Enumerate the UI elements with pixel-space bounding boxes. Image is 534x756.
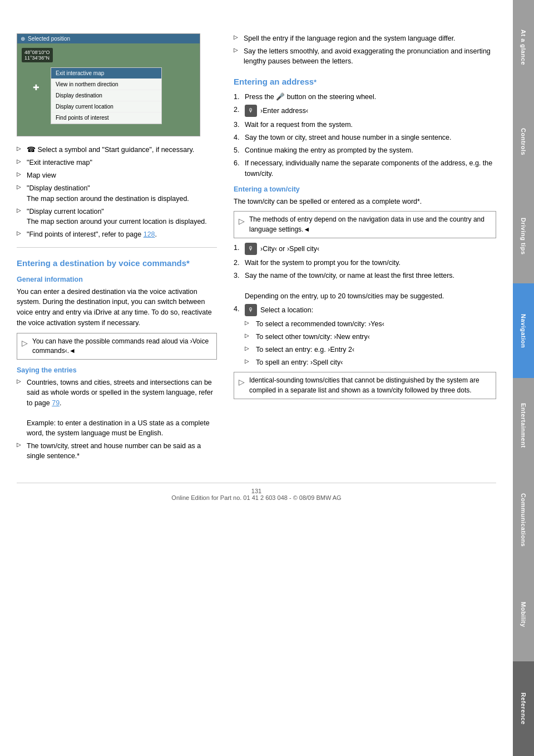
- right-bullet-1: Spell the entry if the language region a…: [234, 33, 496, 43]
- location-sub-list: To select a recommended town/city: ›Yes‹…: [245, 319, 496, 368]
- voice-icon-town-4: 🎙: [245, 304, 257, 316]
- town-step-4: 4. 🎙 Select a location: To select a reco…: [234, 304, 496, 368]
- map-position-marker: ✚: [33, 83, 39, 92]
- tab-driving-tips[interactable]: Driving tips: [513, 189, 534, 284]
- sub-item-entry-num: To select an entry: e.g. ›Entry 2‹: [245, 345, 496, 355]
- tab-reference[interactable]: Reference: [513, 661, 534, 756]
- address-step-1: 1. Press the 🎤 button on the steering wh…: [234, 92, 496, 102]
- page-footer: 131 Online Edition for Part no. 01 41 2 …: [17, 483, 496, 501]
- sub-item-yes: To select a recommended town/city: ›Yes‹: [245, 319, 496, 329]
- footer-text: Online Edition for Part no. 01 41 2 603 …: [171, 494, 341, 501]
- right-column: Spell the entry if the language region a…: [234, 33, 496, 466]
- voice-icon-2: 🎙: [245, 105, 257, 117]
- town-step-3: 3. Say the name of the town/city, or nam…: [234, 271, 496, 301]
- tab-controls[interactable]: Controls: [513, 95, 534, 189]
- note-icon-town: ▷: [239, 215, 245, 227]
- identical-towns-text: Identical-sounding towns/cities that can…: [249, 376, 491, 395]
- page-link-79[interactable]: 79: [52, 399, 60, 407]
- page-link-128[interactable]: 128: [144, 230, 155, 238]
- town-step-2: 2. Wait for the system to prompt you for…: [234, 258, 496, 268]
- menu-item-find-poi[interactable]: Find points of interest: [51, 112, 161, 124]
- saying-item-1: Countries, towns and cities, streets and…: [17, 377, 217, 438]
- tab-entertainment[interactable]: Entertainment: [513, 378, 534, 473]
- voice-commands-note-text: You can have the possible commands read …: [32, 337, 212, 356]
- voice-icon-town-1: 🎙: [245, 243, 257, 255]
- entering-town-heading: Entering a town/city: [234, 185, 496, 193]
- entering-address-heading: Entering an address*: [234, 76, 496, 87]
- entering-dest-heading: Entering a destination by voice commands…: [17, 258, 217, 269]
- list-item-exit-map: "Exit interactive map": [17, 158, 217, 168]
- town-intro-text: The town/city can be spelled or entered …: [234, 197, 496, 207]
- list-item-display-dest: "Display destination"The map section aro…: [17, 183, 217, 203]
- note-icon-identical: ▷: [239, 376, 245, 387]
- general-info-text: You can enter a desired destination via …: [17, 287, 217, 328]
- town-note-text: The methods of entry depend on the navig…: [249, 215, 491, 234]
- nav-icon: ⊕: [21, 36, 25, 42]
- tab-mobility[interactable]: Mobility: [513, 567, 534, 662]
- identical-towns-note: ▷ Identical-sounding towns/cities that c…: [234, 372, 496, 399]
- tab-communications[interactable]: Communications: [513, 473, 534, 567]
- menu-item-display-loc[interactable]: Display current location: [51, 101, 161, 112]
- menu-item-display-dest[interactable]: Display destination: [51, 90, 161, 101]
- saying-entries-heading: Saying the entries: [17, 366, 217, 374]
- main-content: ⊕ Selected position 48°08'10"O 11°34'36"…: [0, 0, 513, 523]
- voice-commands-note: ▷ You can have the possible commands rea…: [17, 333, 217, 360]
- address-step-4: 4. Say the town or city, street and hous…: [234, 132, 496, 143]
- list-item-find-poi: "Find points of interest", refer to page…: [17, 229, 217, 239]
- town-steps-list: 1. 🎙 ›City‹ or ›Spell city‹ 2. Wait for …: [234, 243, 496, 367]
- map-options-list: ☎ Select a symbol and "Start guidance", …: [17, 145, 217, 239]
- sub-item-spell: To spell an entry: ›Spell city‹: [245, 357, 496, 367]
- list-item-symbol: ☎ Select a symbol and "Start guidance", …: [17, 145, 217, 155]
- sub-item-new-entry: To select other town/city: ›New entry‹: [245, 332, 496, 342]
- general-info-heading: General information: [17, 276, 217, 283]
- saying-entries-list: Countries, towns and cities, streets and…: [17, 377, 217, 461]
- address-step-5: 5. Continue making the entry as prompted…: [234, 145, 496, 155]
- right-bullet-2: Say the letters smoothly, and avoid exag…: [234, 46, 496, 66]
- section-divider: [17, 247, 217, 248]
- menu-item-exit[interactable]: Exit interactive map: [51, 68, 161, 79]
- coord2: 11°34'36"N: [24, 55, 50, 61]
- list-item-map-view: Map view: [17, 170, 217, 180]
- nav-top-bar-label: Selected position: [28, 36, 70, 42]
- address-step-3: 3. Wait for a request from the system.: [234, 120, 496, 130]
- right-bullets-top: Spell the entry if the language region a…: [234, 33, 496, 66]
- list-item-display-loc: "Display current location"The map sectio…: [17, 207, 217, 227]
- nav-coordinates: 48°08'10"O 11°34'36"N: [22, 48, 53, 62]
- saying-item-2: The town/city, street and house number c…: [17, 441, 217, 462]
- town-nav-note: ▷ The methods of entry depend on the nav…: [234, 211, 496, 238]
- nav-top-bar: ⊕ Selected position: [17, 34, 200, 43]
- town-step-1: 1. 🎙 ›City‹ or ›Spell city‹: [234, 243, 496, 255]
- nav-screenshot: ⊕ Selected position 48°08'10"O 11°34'36"…: [17, 33, 200, 136]
- tab-at-a-glance[interactable]: At a glance: [513, 0, 534, 95]
- two-column-layout: ⊕ Selected position 48°08'10"O 11°34'36"…: [17, 33, 496, 466]
- address-steps-list: 1. Press the 🎤 button on the steering wh…: [234, 92, 496, 179]
- nav-menu-overlay: Exit interactive map View in northern di…: [51, 67, 162, 124]
- note-icon: ▷: [22, 337, 28, 348]
- side-tabs: At a glance Controls Driving tips Naviga…: [513, 0, 534, 756]
- menu-item-view-north[interactable]: View in northern direction: [51, 79, 161, 90]
- coord1: 48°08'10"O: [24, 50, 50, 55]
- address-step-2: 2. 🎙 ›Enter address‹: [234, 105, 496, 117]
- tab-navigation[interactable]: Navigation: [513, 283, 534, 378]
- left-column: ⊕ Selected position 48°08'10"O 11°34'36"…: [17, 33, 217, 466]
- address-step-6: 6. If necessary, individually name the s…: [234, 158, 496, 178]
- page-number: 131: [251, 488, 261, 494]
